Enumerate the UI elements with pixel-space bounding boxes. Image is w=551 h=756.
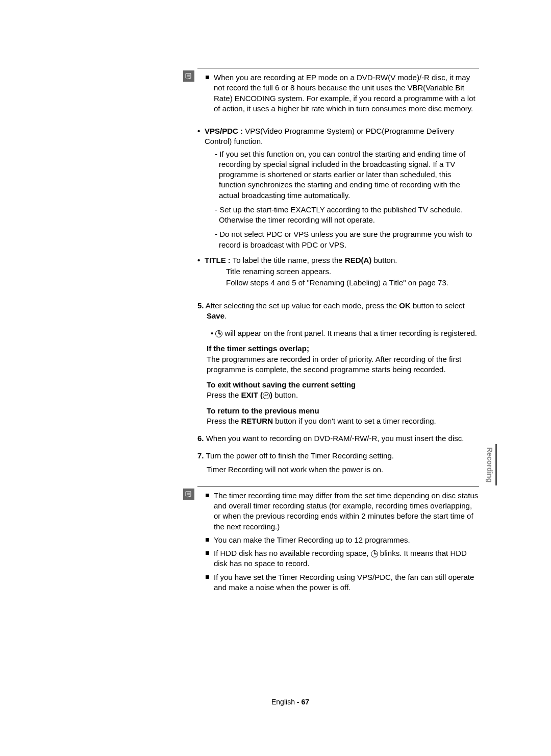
step5-save: Save bbox=[207, 311, 224, 320]
step7-num: 7. bbox=[197, 451, 204, 460]
title-item: TITLE : To label the title name, press t… bbox=[197, 255, 479, 265]
step5-sub: • will appear on the front panel. It mea… bbox=[210, 328, 479, 338]
note-box-2: The timer recording time may differ from… bbox=[197, 486, 479, 593]
step5-text2: button to select bbox=[411, 301, 465, 310]
note-icon bbox=[183, 70, 194, 82]
note-content: When you are recording at EP mode on a D… bbox=[206, 72, 479, 114]
page-footer: English - 67 bbox=[271, 698, 309, 706]
vpspdc-label: VPS/PDC : bbox=[205, 127, 243, 135]
return-section: To return to the previous menu Press the… bbox=[207, 406, 479, 427]
clock-icon bbox=[371, 550, 378, 557]
step5-text1: After selecting the set up value for eac… bbox=[206, 301, 399, 310]
step-7: 7. Turn the power off to finish the Time… bbox=[197, 451, 479, 461]
note-box-1: When you are recording at EP mode on a D… bbox=[197, 68, 479, 114]
return-heading: To return to the previous menu bbox=[207, 406, 479, 416]
exit-text: Press the EXIT () button. bbox=[207, 390, 479, 400]
vpspdc-sub2: - Set up the start-time EXACTLY accordin… bbox=[213, 205, 479, 226]
note2-item4: If you have set the Timer Recording usin… bbox=[206, 572, 479, 593]
note2-item3: If HDD disk has no available recording s… bbox=[206, 548, 479, 569]
manual-page: When you are recording at EP mode on a D… bbox=[62, 43, 492, 712]
overlap-section: If the timer settings overlap; The progr… bbox=[207, 344, 479, 375]
step7-text2: Timer Recording will not work when the p… bbox=[207, 465, 479, 475]
overlap-heading: If the timer settings overlap; bbox=[207, 344, 479, 354]
step-6: 6. When you want to recording on DVD-RAM… bbox=[197, 433, 479, 444]
vpspdc-sub3: - Do not select PDC or VPS unless you ar… bbox=[213, 229, 479, 250]
step5-num: 5. bbox=[197, 301, 204, 310]
exit-heading: To exit without saving the current setti… bbox=[207, 380, 479, 390]
title-line2: Title renaming screen appears. bbox=[226, 266, 479, 277]
title-text2: button. bbox=[371, 256, 397, 264]
clock-icon bbox=[215, 330, 222, 337]
note1-text: When you are recording at EP mode on a D… bbox=[206, 72, 479, 114]
section-tab: Recording bbox=[484, 444, 497, 485]
step-5: 5. After selecting the set up value for … bbox=[197, 301, 479, 322]
step5-text3: . bbox=[224, 311, 227, 320]
title-line3: Follow steps 4 and 5 of "Renaming (Label… bbox=[226, 278, 479, 288]
return-text: Press the RETURN button if you don't wan… bbox=[207, 416, 479, 426]
content-area: When you are recording at EP mode on a D… bbox=[197, 68, 479, 605]
step6-text: When you want to recording on DVD-RAM/-R… bbox=[206, 434, 464, 443]
footer-lang: English bbox=[271, 698, 295, 706]
vpspdc-item: VPS/PDC : VPS(Video Programme System) or… bbox=[197, 126, 479, 147]
note-content: The timer recording time may differ from… bbox=[206, 491, 479, 593]
footer-page: 67 bbox=[301, 698, 309, 706]
title-red: RED(A) bbox=[345, 256, 372, 264]
title-text1: To label the title name, press the bbox=[233, 256, 345, 264]
vpspdc-sub1: - If you set this function on, you can c… bbox=[213, 149, 479, 201]
exit-section: To exit without saving the current setti… bbox=[207, 380, 479, 401]
note2-item2: You can make the Timer Recording up to 1… bbox=[206, 535, 479, 545]
title-label: TITLE : bbox=[205, 256, 231, 264]
overlap-text: The programmes are recorded in order of … bbox=[207, 354, 479, 375]
note-icon bbox=[183, 489, 194, 500]
step6-num: 6. bbox=[197, 434, 204, 443]
step5-ok: OK bbox=[399, 301, 411, 310]
note2-item1: The timer recording time may differ from… bbox=[206, 491, 479, 532]
step7-text1: Turn the power off to finish the Timer R… bbox=[206, 451, 394, 460]
footer-dash: - bbox=[295, 698, 301, 706]
exit-icon bbox=[263, 392, 270, 399]
